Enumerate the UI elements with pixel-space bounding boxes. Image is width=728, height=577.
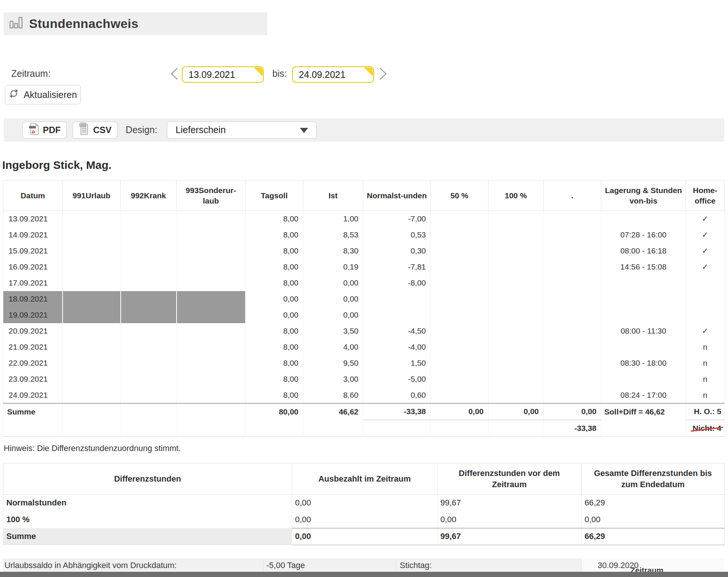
calendar-fold-icon[interactable]	[364, 67, 373, 76]
cell-992krank	[121, 243, 177, 259]
diff-col-vor-zeitraum: Differenzstunden vor dem Zeitraum	[437, 463, 582, 495]
summary-row: Summe 80,00 46,62 -33,38 0,00 0,00 0,00 …	[3, 403, 725, 420]
cell-tagsoll: 0,00	[246, 291, 303, 307]
table-row: 22.09.20218,009,501,5008:30 - 18:00n	[3, 355, 725, 371]
cell-normalstunden	[363, 291, 431, 307]
homeoffice-check-icon: ✓	[686, 323, 725, 339]
cell-normalstunden: -7,81	[363, 259, 431, 275]
table-row: 24.09.20218,008,600,6008:24 - 17:00n	[3, 387, 725, 403]
diff-paid-value: 0,00	[292, 511, 437, 528]
cell-992krank	[121, 307, 177, 323]
cell-993sonderurlaub	[177, 291, 246, 307]
cell-normalstunden: -4,50	[363, 323, 431, 339]
homeoffice-n-marker: n	[686, 339, 725, 355]
next-period-button[interactable]	[376, 66, 389, 82]
pdf-export-button[interactable]: PDF	[22, 122, 67, 139]
cell-991urlaub	[63, 243, 121, 259]
previous-period-button[interactable]	[168, 66, 181, 82]
timesheet-table: Datum 991Urlaub 992Krank 993Sonderur-lau…	[3, 180, 725, 437]
date-from-input[interactable]	[182, 66, 264, 83]
cell-homeoffice	[686, 291, 725, 307]
cell-50pct	[431, 307, 488, 323]
cell-991urlaub	[63, 339, 121, 355]
cell-50pct	[431, 291, 488, 307]
cell-991urlaub	[63, 387, 121, 403]
cell-datum: 23.09.2021	[3, 371, 63, 387]
cell-dot	[544, 307, 601, 323]
cell-ist: 9,50	[303, 355, 363, 371]
cell-991urlaub	[63, 259, 121, 275]
cell-100pct	[488, 307, 544, 323]
cell-normalstunden: -5,00	[363, 371, 431, 387]
cell-datum: 16.09.2021	[3, 259, 63, 275]
homeoffice-check-icon: ✓	[686, 243, 725, 259]
design-label: Design:	[126, 124, 157, 135]
cell-homeoffice	[686, 307, 725, 323]
diff-header-row: Differenzstunden Ausbezahlt im Zeitraum …	[3, 463, 725, 495]
cell-datum: 21.09.2021	[3, 339, 63, 355]
cell-datum: 20.09.2021	[3, 323, 63, 339]
refresh-button-label: Aktualisieren	[23, 89, 77, 100]
cell-dot	[544, 339, 601, 355]
cell-von-bis: 08:30 - 18:00	[601, 355, 686, 371]
cell-993sonderurlaub	[177, 387, 246, 403]
cell-tagsoll: 8,00	[246, 275, 303, 291]
cell-von-bis	[601, 371, 686, 387]
diff-col-ausbezahlt: Ausbezahlt im Zeitraum	[292, 463, 437, 495]
cell-50pct	[431, 355, 488, 371]
cell-tagsoll: 8,00	[246, 371, 303, 387]
cell-993sonderurlaub	[177, 355, 246, 371]
cell-normalstunden: -7,00	[363, 211, 431, 227]
csv-export-button[interactable]: CSV CSV	[73, 122, 117, 139]
cell-von-bis	[601, 307, 686, 323]
cell-homeoffice	[686, 275, 725, 291]
table-row: 16.09.20218,000,19-7,8114:56 - 15:08✓	[3, 259, 725, 275]
cell-ist: 8,53	[303, 227, 363, 243]
cell-tagsoll: 0,00	[246, 307, 303, 323]
cell-datum: 14.09.2021	[3, 227, 63, 243]
calendar-fold-icon[interactable]	[254, 67, 263, 76]
cell-ist: 1,00	[303, 211, 363, 227]
refresh-button[interactable]: Aktualisieren	[5, 85, 81, 104]
table-row: 17.09.20218,000,00-8,00	[3, 275, 725, 291]
cell-ist: 8,60	[303, 387, 363, 403]
cell-50pct	[431, 243, 488, 259]
cell-100pct	[488, 259, 544, 275]
cell-992krank	[121, 291, 177, 307]
cell-von-bis	[601, 339, 686, 355]
diff-col-gesamt: Gesamte Differenzstunden bis zum Endedat…	[582, 463, 725, 495]
date-to-field[interactable]	[292, 66, 374, 83]
cell-datum: 13.09.2021	[3, 211, 63, 227]
col-header-ist: Ist	[303, 180, 363, 211]
summary-ist: 46,62	[303, 403, 363, 420]
cell-50pct	[431, 371, 488, 387]
page-header: Stundennachweis	[4, 12, 267, 35]
cell-991urlaub	[63, 371, 121, 387]
cell-datum: 17.09.2021	[3, 275, 63, 291]
cell-tagsoll: 8,00	[246, 355, 303, 371]
cell-991urlaub	[63, 307, 121, 323]
col-header-992krank: 992Krank	[121, 180, 177, 211]
cell-50pct	[431, 275, 488, 291]
date-to-input[interactable]	[292, 66, 374, 83]
cell-tagsoll: 8,00	[246, 259, 303, 275]
cell-von-bis	[601, 211, 686, 227]
date-from-field[interactable]	[182, 66, 264, 83]
table-row: 13.09.20218,001,00-7,00✓	[3, 211, 725, 227]
diff-paid-value: 0,00	[292, 528, 437, 545]
col-header-991urlaub: 991Urlaub	[63, 180, 121, 211]
homeoffice-n-marker: n	[686, 371, 725, 387]
cell-991urlaub	[63, 275, 121, 291]
diff-row-label: Normalstunden	[3, 495, 292, 511]
cell-tagsoll: 8,00	[246, 323, 303, 339]
diff-summary-row: Summe0,0099,6766,29	[3, 528, 725, 545]
cell-992krank	[121, 211, 177, 227]
col-header-datum: Datum	[3, 180, 63, 211]
table-row: 21.09.20218,004,00-4,00n	[3, 339, 725, 355]
design-dropdown[interactable]: Lieferschein	[167, 122, 317, 139]
homeoffice-check-icon: ✓	[686, 227, 725, 243]
cell-100pct	[488, 227, 544, 243]
cell-991urlaub	[63, 355, 121, 371]
diff-total-value: 66,29	[582, 528, 725, 545]
cell-normalstunden: 0,30	[363, 243, 431, 259]
